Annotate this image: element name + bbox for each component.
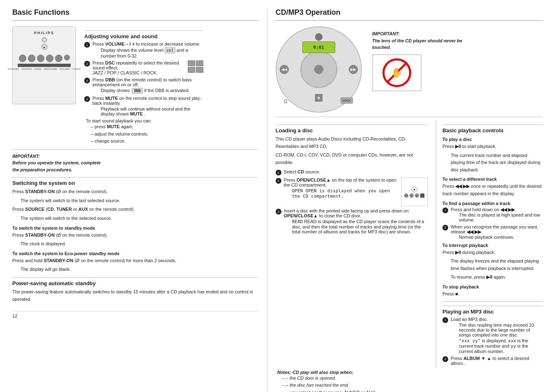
- item2-text: Press DSC repeatedly to select the desir…: [92, 60, 203, 75]
- adjusting-title: Adjusting volume and sound: [84, 30, 203, 39]
- mp3-item2: Press ALBUM ▼ ▲ to select a desired albu…: [451, 356, 543, 366]
- switching-title: Switching the system on: [12, 177, 259, 186]
- switching-p2-sub: The system will switch to the selected s…: [12, 215, 259, 222]
- ecopower-p1: Press and hold STANDBY-ON (Ø on the remo…: [12, 257, 259, 265]
- mp3-title: Playing an MP3 disc: [442, 306, 543, 315]
- loading-item3: Insert a disc with the printed side faci…: [284, 208, 428, 234]
- cd-right-content: IMPORTANT: The lens of the CD player sho…: [372, 26, 543, 113]
- item3-number: 3: [84, 78, 90, 83]
- stop-title: To stop playback: [442, 284, 543, 289]
- sound-start-text: To start sound playback you can: press M…: [86, 118, 203, 145]
- sound-list: press MUTE again; adjust the volume cont…: [86, 123, 203, 145]
- play-disc-title: To play a disc: [442, 137, 543, 142]
- mp3-item2-num: 2: [442, 356, 448, 362]
- device-illustration: PHILIPS ▲: [12, 26, 78, 145]
- select-track-title: To select a different track: [442, 177, 543, 182]
- power-saving-title: Power-saving automatic standby: [12, 277, 259, 286]
- item1-text: Press VOLUME – / + to increase or decrea…: [92, 42, 203, 58]
- interrupt-text: Press ▶II during playback.: [442, 249, 543, 256]
- play-disc-text: Press ▶II to start playback.: [442, 143, 543, 150]
- loading-p2: CD-ROM, CD-I, CDV, VCD, DVD or computer …: [276, 152, 428, 166]
- power-saving-text: The power-saving feature automatically s…: [12, 288, 259, 303]
- important-note-left: IMPORTANT: Before you operate the system…: [12, 149, 259, 173]
- playback-title: Basic playback controls: [442, 125, 543, 134]
- stop-text: Press ■.: [442, 291, 543, 298]
- loading-item2: Press OPEN/CLOSE▲ on the top of the syst…: [284, 178, 428, 206]
- loading-item2-num: 2: [276, 178, 281, 184]
- item1-number: 1: [84, 42, 90, 48]
- item3-text: Press DBB (on the remote control) to swi…: [92, 77, 203, 94]
- page-number-left: 12: [12, 314, 17, 318]
- ecopower-p1-sub: The display will go blank.: [12, 266, 259, 273]
- item4-number: 4: [84, 96, 90, 102]
- standby-subtitle: To switch the system to standby mode: [12, 226, 259, 231]
- cd-player-illustration: 0:01 ◀◀ ▶▶ DOCK ■: [276, 26, 366, 113]
- loading-item3-num: 3: [276, 209, 281, 214]
- dsc-image: [188, 60, 203, 73]
- select-track-text: Press ◀◀ ▶▶ once or repeatedly until the…: [442, 183, 543, 197]
- mp3-item1: Load an MP3 disc. The disc reading time …: [451, 317, 543, 354]
- loading-title: Loading a disc: [276, 125, 428, 134]
- stop-notes-list: – the CD door is opened. – the disc has …: [277, 375, 543, 392]
- left-section-title: Basic Functions: [12, 8, 259, 21]
- passage-item2: When you recognise the passage you want,…: [451, 224, 543, 240]
- standby-p1: Press STANDBY-ON (Ø on the remote contro…: [12, 232, 259, 239]
- loading-item1-num: 1: [276, 170, 281, 175]
- passage-item1-num: 1: [442, 208, 448, 213]
- passage-item1: Press and hold down on ◀◀ ▶▶. The disc i…: [451, 207, 543, 222]
- mp3-item1-num: 1: [442, 317, 448, 323]
- stop-notes: Notes: CD play will also stop when; – th…: [277, 370, 543, 392]
- play-disc-sub: The current track number and elapsed pla…: [442, 152, 543, 174]
- interrupt-sub1: The display freezes and the elapsed play…: [442, 258, 543, 272]
- playback-controls-section: Basic playback controls To play a disc P…: [436, 120, 543, 368]
- disc-open-illustration: ▲: [401, 178, 428, 206]
- standby-p1-sub: The clock is displayed.: [12, 240, 259, 248]
- right-section-title: CD/MP3 Operation: [276, 8, 543, 21]
- loading-item1: Select CD source.: [284, 169, 320, 175]
- switching-p1-sub: The system will switch to the last selec…: [12, 197, 259, 205]
- interrupt-title: To interrupt playback: [442, 243, 543, 248]
- passage-title: To find a passage within a track: [442, 201, 543, 206]
- item2-number: 2: [84, 61, 90, 67]
- item4-text: Press MUTE on the remote control to stop…: [92, 96, 203, 116]
- ecopower-subtitle: To switch the system to Eco-power standb…: [12, 251, 259, 256]
- passage-item2-num: 2: [442, 225, 448, 231]
- switching-p2: Press SOURCE (CD, TUNER or AUX on the re…: [12, 206, 259, 213]
- forbidden-illustration: ✋: [372, 54, 421, 91]
- switching-p1: Press STANDBY-ON (Ø on the remote contro…: [12, 188, 259, 196]
- adjusting-section: Adjusting volume and sound 1 Press VOLUM…: [84, 26, 203, 145]
- interrupt-sub2: To resume, press ▶II again.: [442, 274, 543, 281]
- cd-important-note: IMPORTANT: The lens of the CD player sho…: [372, 30, 543, 51]
- loading-section: Loading a disc This CD player plays Audi…: [276, 120, 428, 368]
- loading-p1: This CD player plays Audio Discs includi…: [276, 136, 428, 150]
